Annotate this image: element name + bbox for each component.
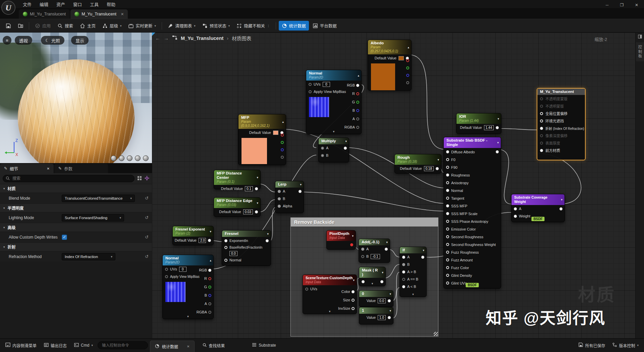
show-button[interactable]: 显示 bbox=[71, 36, 89, 45]
output-pin[interactable] bbox=[496, 126, 499, 129]
pin-b[interactable] bbox=[281, 148, 284, 151]
color-swatch[interactable] bbox=[273, 131, 278, 135]
node-constant-1[interactable]: 1▾ Value1.0 bbox=[359, 307, 393, 324]
teapot-shape-button[interactable] bbox=[143, 155, 149, 161]
node-fresnel[interactable]: Fresnel▾ ExponentIn BaseReflectFractionI… bbox=[222, 230, 271, 266]
collapse-icon[interactable]: ▾ bbox=[437, 158, 439, 161]
pin-r[interactable] bbox=[406, 59, 409, 62]
home-button[interactable]: 主页 bbox=[77, 21, 99, 31]
node-mfp-distance-center[interactable]: MFP Distance CenterParam (0.1)▾ Default … bbox=[214, 170, 261, 189]
collapse-icon[interactable]: ▾ bbox=[561, 198, 562, 201]
pin-normal[interactable] bbox=[446, 189, 449, 192]
pin-a[interactable] bbox=[406, 81, 409, 84]
collapse-icon[interactable]: ▾ bbox=[210, 230, 211, 233]
pin-g[interactable] bbox=[281, 141, 284, 144]
output-pin[interactable] bbox=[385, 248, 388, 251]
pin-b[interactable] bbox=[356, 109, 359, 112]
node-add[interactable]: Add(,-0.1)▾ A B-0.1 bbox=[359, 239, 390, 263]
output-pin[interactable] bbox=[299, 190, 302, 193]
output-pin[interactable] bbox=[255, 187, 258, 190]
all-saved-button[interactable]: 所有已保存 bbox=[576, 341, 608, 350]
reset-to-default-icon[interactable]: ↺ bbox=[145, 254, 149, 259]
collapse-icon[interactable]: ▴ bbox=[408, 46, 409, 49]
breadcrumb-section[interactable]: 材质图表 bbox=[232, 35, 251, 42]
menu-window[interactable]: 窗口 bbox=[70, 0, 85, 8]
node-material-root[interactable]: M_Yu_Translucent 不透明度蒙版 不透明蒙版 全局位置偏移 环境光… bbox=[537, 88, 586, 160]
bottom-tab-find-results[interactable]: 查找结果 bbox=[200, 341, 227, 350]
pin-rgb[interactable] bbox=[356, 84, 359, 87]
pin-glint-uvs[interactable] bbox=[446, 282, 449, 285]
menu-file[interactable]: 文件 bbox=[19, 0, 35, 8]
custom-depth-checkbox[interactable]: ✓ bbox=[62, 235, 67, 240]
node-scene-texture-custom-depth[interactable]: SceneTexture:CustomDepthInput Data▾ UVs … bbox=[303, 274, 357, 314]
perspective-button[interactable]: 透视 bbox=[15, 36, 32, 45]
pin-tangent[interactable] bbox=[446, 197, 449, 200]
pin-f0[interactable] bbox=[446, 158, 449, 161]
base-reflect-value[interactable]: 0.0 bbox=[229, 251, 237, 256]
pin-base-reflect-fraction-in[interactable] bbox=[224, 246, 227, 249]
preview-state-button[interactable]: 预览状态▾ bbox=[199, 21, 233, 31]
output-pin[interactable] bbox=[266, 239, 269, 242]
pin-fuzz-color[interactable] bbox=[446, 266, 449, 269]
pin-alpha[interactable] bbox=[278, 205, 281, 208]
menu-help[interactable]: 帮助 bbox=[103, 0, 119, 8]
pin-uvs[interactable] bbox=[305, 288, 308, 291]
node-normal-bottom[interactable]: NormalParam2D▴ UVs0 Apply View MipBias R… bbox=[162, 255, 214, 319]
menu-tools[interactable]: 工具 bbox=[87, 0, 102, 8]
collapse-icon[interactable]: ▾ bbox=[497, 141, 499, 144]
comment-resize-handle[interactable] bbox=[434, 332, 438, 336]
output-pin[interactable] bbox=[208, 239, 211, 242]
node-mfp-distance-edge[interactable]: MFP Distance EdgeParam (0.03)▾ Default V… bbox=[214, 197, 261, 217]
b-default-value[interactable]: -0.1 bbox=[371, 254, 380, 259]
search-button[interactable]: 搜索 bbox=[54, 21, 76, 31]
default-value[interactable]: 2.0 bbox=[199, 238, 206, 243]
node-pixel-depth[interactable]: PixelDepthInput Data▾ bbox=[326, 230, 356, 250]
save-button[interactable] bbox=[3, 21, 14, 30]
collapse-icon[interactable]: ▾ bbox=[257, 201, 258, 205]
details-search-box[interactable] bbox=[3, 175, 135, 182]
material-graph-canvas[interactable]: ← → M_Yu_Translucent › 材质图表 缩放-2 控制板 Rem… bbox=[152, 33, 644, 338]
tab-m-yu-translucent[interactable]: M_Yu_Translucent ✕ bbox=[70, 9, 128, 19]
pin-b[interactable] bbox=[321, 154, 324, 157]
pin-exponent-in[interactable] bbox=[224, 239, 227, 242]
node-ior[interactable]: IORParam (1.44)▾ Default Value1.44 bbox=[456, 113, 501, 134]
tab-details[interactable]: ✎ 细节 ✕ bbox=[0, 164, 54, 173]
pin-fuzz-roughness[interactable] bbox=[446, 251, 449, 254]
comment-title[interactable]: Remove Backside bbox=[291, 218, 438, 227]
tab-parameters[interactable]: ✎ 参数 bbox=[54, 164, 108, 173]
pin-g[interactable] bbox=[208, 286, 211, 289]
pin-opacity[interactable] bbox=[540, 105, 543, 108]
pin-roughness[interactable] bbox=[446, 173, 449, 177]
pin-a[interactable] bbox=[278, 190, 281, 193]
pin-uvs[interactable] bbox=[165, 268, 168, 271]
pin-a-greater-b[interactable] bbox=[402, 270, 405, 273]
hierarchy-button[interactable]: 层级▾ bbox=[99, 21, 125, 31]
default-value[interactable]: 0.1 bbox=[245, 186, 253, 191]
pin-b[interactable] bbox=[361, 255, 364, 258]
sidebar-tab-palette[interactable]: 控制板 bbox=[636, 42, 644, 61]
pin-g[interactable] bbox=[406, 66, 409, 69]
uvs-value[interactable]: 0 bbox=[323, 82, 330, 87]
viewport-menu-icon[interactable]: ≡ bbox=[3, 36, 11, 45]
breadcrumb-material[interactable]: M_Yu_Translucent bbox=[181, 36, 223, 41]
node-rough[interactable]: RoughParam (0.18)▾ Default Value0.18 bbox=[394, 154, 441, 173]
pin-glint-density[interactable] bbox=[446, 274, 449, 277]
plane-shape-button[interactable] bbox=[127, 155, 132, 161]
expand-icon[interactable]: ▾ bbox=[400, 293, 426, 296]
pin-color[interactable] bbox=[352, 290, 355, 293]
pin-world-position-offset[interactable] bbox=[540, 112, 543, 115]
pin-a[interactable] bbox=[402, 256, 405, 259]
pin-r[interactable] bbox=[208, 277, 211, 280]
default-value[interactable]: 0.18 bbox=[424, 166, 434, 171]
pin-refraction[interactable] bbox=[540, 127, 543, 130]
menu-edit[interactable]: 编辑 bbox=[36, 0, 52, 8]
pin-sss-mfp-scale[interactable] bbox=[446, 212, 449, 215]
stats-tab-close-icon[interactable]: ✕ bbox=[187, 345, 190, 348]
collapse-icon[interactable]: ▾ bbox=[382, 271, 383, 274]
collapse-icon[interactable]: ▾ bbox=[345, 140, 347, 143]
node-mfp[interactable]: MFPParam (0.9,0.324,0.162,1)▴ Default Va… bbox=[238, 114, 286, 165]
node-normal-top[interactable]: NormalParam2D▴ UVs0 Apply View MipBias R… bbox=[306, 70, 362, 134]
refraction-method-dropdown[interactable]: Index Of Refraction▾ bbox=[62, 253, 115, 260]
pin-a[interactable] bbox=[208, 302, 211, 305]
collapse-icon[interactable]: ▾ bbox=[389, 309, 391, 312]
